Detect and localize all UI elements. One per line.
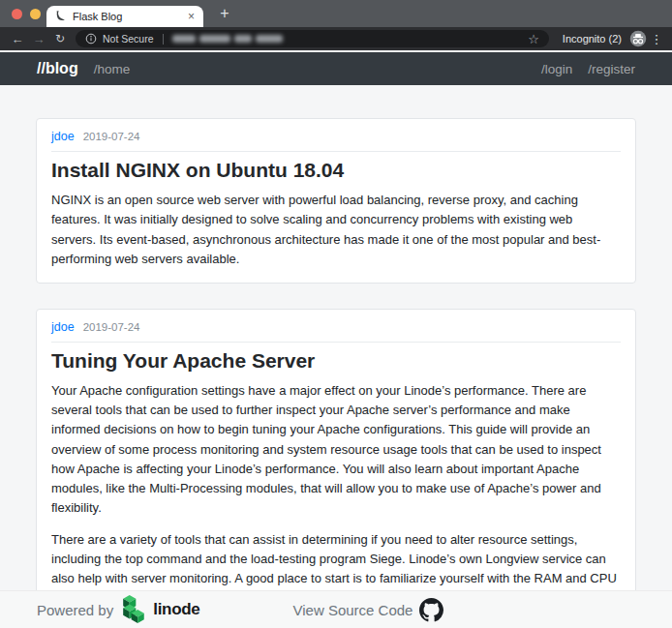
minimize-window-button[interactable] (30, 9, 41, 19)
view-source-group[interactable]: View Source Code (292, 598, 443, 622)
post-title-link[interactable]: Install NGINX on Ubuntu 18.04 (51, 157, 621, 183)
flask-favicon-icon (55, 11, 67, 22)
post-card: jdoe 2019-07-24 Install NGINX on Ubuntu … (36, 118, 636, 284)
post-date: 2019-07-24 (83, 131, 140, 142)
site-footer: Powered by linode View Source Code (0, 590, 672, 628)
page-content: jdoe 2019-07-24 Install NGINX on Ubuntu … (0, 85, 672, 628)
post-paragraph: Your Apache configuration settings have … (51, 381, 621, 518)
post-body: Your Apache configuration settings have … (51, 381, 621, 609)
tab-title: Flask Blog (73, 11, 182, 22)
post-meta-divider (51, 151, 621, 152)
brand-link[interactable]: //blog (37, 60, 78, 77)
browser-tab-strip: Flask Blog × + (0, 0, 672, 27)
reload-icon[interactable]: ↻ (50, 33, 70, 45)
post-date: 2019-07-24 (83, 321, 140, 333)
post-meta-divider (51, 342, 621, 343)
incognito-avatar-icon[interactable] (629, 30, 647, 47)
browser-menu-icon[interactable]: ⋮ (649, 32, 664, 46)
address-bar[interactable]: Not Secure ☆ (76, 30, 549, 47)
browser-tab[interactable]: Flask Blog × (46, 6, 203, 27)
post-author-link[interactable]: jdoe (51, 130, 75, 143)
incognito-label: Incognito (2) (563, 33, 622, 45)
browser-toolbar: ← → ↻ Not Secure ☆ Incognito (2) ⋮ (0, 27, 672, 50)
nav-home-link[interactable]: /home (94, 62, 131, 76)
forward-icon[interactable]: → (29, 33, 48, 45)
tab-close-icon[interactable]: × (188, 11, 195, 22)
linode-logo-icon (120, 595, 146, 624)
powered-by-label: Powered by (37, 602, 113, 618)
post-paragraph: NGINX is an open source web server with … (51, 191, 621, 269)
post-author-link[interactable]: jdoe (51, 320, 75, 334)
post-meta: jdoe 2019-07-24 (51, 320, 621, 334)
post-title-link[interactable]: Tuning Your Apache Server (51, 347, 621, 374)
back-icon[interactable]: ← (8, 33, 27, 45)
nav-register-link[interactable]: /register (588, 62, 635, 76)
view-source-label: View Source Code (292, 602, 412, 618)
omnibox-divider (163, 34, 164, 45)
close-window-button[interactable] (12, 9, 22, 19)
powered-by-group[interactable]: Powered by linode (37, 595, 199, 624)
new-tab-button[interactable]: + (214, 3, 235, 24)
nav-login-link[interactable]: /login (541, 62, 572, 76)
post-body: NGINX is an open source web server with … (51, 191, 621, 269)
info-icon[interactable] (85, 33, 97, 45)
bookmark-star-icon[interactable]: ☆ (528, 33, 539, 45)
site-navbar: //blog /home /login /register (0, 52, 672, 85)
post-card: jdoe 2019-07-24 Tuning Your Apache Serve… (36, 309, 636, 623)
linode-wordmark: linode (153, 600, 199, 619)
url-redacted (172, 35, 283, 43)
post-meta: jdoe 2019-07-24 (51, 130, 621, 143)
not-secure-label: Not Secure (103, 33, 154, 45)
github-icon[interactable] (419, 598, 443, 622)
